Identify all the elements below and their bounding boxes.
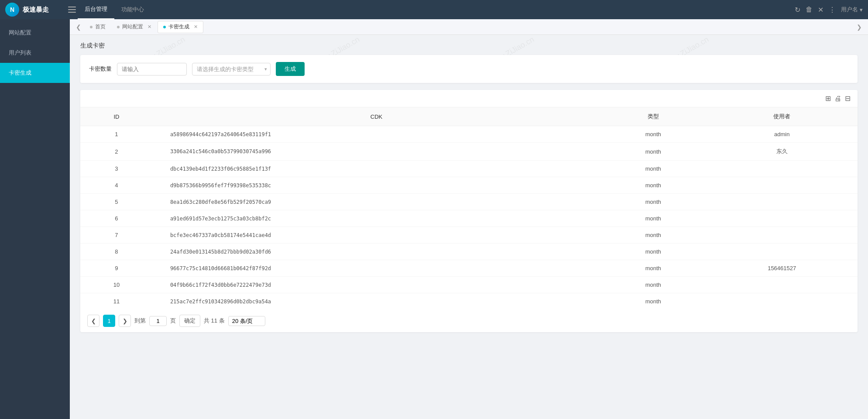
table-row: 10 04f9b66c1f72f43d0bb6e7222479e73d mont…: [80, 277, 858, 293]
cell-cdk: 215ac7e2ffc910342896d0b2dbc9a54a: [153, 293, 600, 310]
generate-form: 卡密数量 请选择生成的卡密类型 month week day ▾ 生成: [80, 55, 858, 83]
cell-type: month: [600, 244, 706, 260]
user-button[interactable]: 用户名 ▾: [841, 6, 863, 14]
cdk-table: ID CDK 类型 使用者 1 a58986944c642197a2640645…: [80, 107, 858, 309]
page-prev-btn[interactable]: ❮: [87, 315, 99, 327]
cell-cdk: a91ed691d57e3ecb1275c3a03cb8bf2c: [153, 210, 600, 227]
per-page-select[interactable]: 20 条/页 50 条/页 100 条/页: [228, 316, 265, 326]
delete-icon[interactable]: 🗑: [806, 6, 813, 14]
cell-user: [706, 161, 858, 177]
generate-button[interactable]: 生成: [276, 62, 305, 76]
cell-type: month: [600, 277, 706, 293]
cell-id: 2: [80, 143, 153, 161]
table-header-row: ID CDK 类型 使用者: [80, 107, 858, 126]
cell-id: 8: [80, 244, 153, 260]
section-title: 生成卡密: [80, 42, 858, 50]
type-select-wrapper: 请选择生成的卡密类型 month week day ▾: [192, 63, 271, 76]
tab-cdk-gen[interactable]: 卡密生成 ✕: [158, 21, 203, 33]
form-label: 卡密数量: [89, 65, 112, 73]
grid-view-icon[interactable]: ⊞: [825, 94, 831, 103]
cell-type: month: [600, 143, 706, 161]
sidebar: 网站配置 用户列表 卡密生成: [0, 19, 70, 419]
pagination: ❮ 1 ❯ 到第 页 确定 共 11 条 20 条/页 50 条/页 100 条…: [80, 309, 858, 332]
nav-item-features[interactable]: 功能中心: [114, 0, 151, 19]
table-toolbar: ⊞ 🖨 ⊟: [80, 90, 858, 107]
table-row: 8 24afd30e013145b8d27bbb9d02a30fd6 month: [80, 244, 858, 260]
table-row: 5 8ea1d63c280dfe8e56fb529f20570ca9 month: [80, 194, 858, 210]
nav-item-backend[interactable]: 后台管理: [78, 0, 114, 19]
page-confirm-btn[interactable]: 确定: [179, 315, 200, 327]
goto-label: 到第: [134, 317, 146, 325]
tab-back-arrow[interactable]: ❮: [73, 24, 84, 31]
col-cdk: CDK: [153, 107, 600, 126]
cell-id: 6: [80, 210, 153, 227]
table-row: 3 dbc4139eb4d1f2233f06c95885e1f13f month: [80, 161, 858, 177]
sidebar-item-user-list[interactable]: 用户列表: [0, 43, 70, 63]
cell-type: month: [600, 293, 706, 310]
per-page-wrapper: 20 条/页 50 条/页 100 条/页: [228, 316, 265, 326]
main-layout: 网站配置 用户列表 卡密生成 ❮ 首页 网站配置 ✕ 卡密生成: [0, 19, 868, 419]
cell-id: 4: [80, 177, 153, 194]
table-row: 4 d9b875366b9956fef7f99398e535338c month: [80, 177, 858, 194]
cell-id: 11: [80, 293, 153, 310]
cell-user: [706, 277, 858, 293]
cell-user: [706, 177, 858, 194]
tab-dot-cdk-gen: [163, 26, 166, 28]
logo-icon: N: [5, 3, 19, 17]
close-icon[interactable]: ✕: [818, 6, 823, 14]
type-select[interactable]: 请选择生成的卡密类型 month week day: [192, 63, 271, 76]
cell-id: 5: [80, 194, 153, 210]
tab-bar: ❮ 首页 网站配置 ✕ 卡密生成 ✕ ❯: [70, 19, 868, 35]
cell-cdk: 96677c75c14810d66681b0642f87f92d: [153, 260, 600, 277]
top-nav: 后台管理 功能中心: [78, 0, 795, 19]
cell-cdk: bcfe3ec467337a0cb58174e5441cae4d: [153, 227, 600, 244]
menu-toggle-icon[interactable]: [66, 5, 78, 14]
cell-cdk: 24afd30e013145b8d27bbb9d02a30fd6: [153, 244, 600, 260]
quantity-input[interactable]: [117, 63, 187, 76]
sidebar-item-site-config[interactable]: 网站配置: [0, 23, 70, 43]
page-next-btn[interactable]: ❯: [119, 315, 131, 327]
cell-cdk: 04f9b66c1f72f43d0bb6e7222479e73d: [153, 277, 600, 293]
page-goto-input[interactable]: [149, 316, 167, 326]
cell-user: [706, 210, 858, 227]
table-row: 2 3306a241c546c0a0b53799030745a996 month…: [80, 143, 858, 161]
page-1-btn[interactable]: 1: [103, 315, 115, 327]
cell-user: [706, 227, 858, 244]
content-area: ❮ 首页 网站配置 ✕ 卡密生成 ✕ ❯ 东交网 www.ZiJiao.cn: [70, 19, 868, 419]
total-label: 共 11 条: [204, 317, 225, 325]
tab-close-cdk-gen[interactable]: ✕: [194, 24, 198, 30]
table-row: 7 bcfe3ec467337a0cb58174e5441cae4d month: [80, 227, 858, 244]
table-row: 9 96677c75c14810d66681b0642f87f92d month…: [80, 260, 858, 277]
col-user: 使用者: [706, 107, 858, 126]
table-row: 11 215ac7e2ffc910342896d0b2dbc9a54a mont…: [80, 293, 858, 310]
tab-forward-arrow[interactable]: ❯: [854, 24, 865, 31]
top-bar: N 极速暴走 后台管理 功能中心 ↻ 🗑 ✕ ⋮ 用户名 ▾: [0, 0, 868, 19]
cell-id: 10: [80, 277, 153, 293]
cell-id: 7: [80, 227, 153, 244]
cell-cdk: a58986944c642197a2640645e83119f1: [153, 126, 600, 143]
cell-user: [706, 244, 858, 260]
refresh-icon[interactable]: ↻: [795, 6, 800, 14]
cell-user: 东久: [706, 143, 858, 161]
tab-close-site-config[interactable]: ✕: [148, 24, 151, 30]
tab-home[interactable]: 首页: [85, 21, 111, 33]
cell-id: 1: [80, 126, 153, 143]
cell-user: admin: [706, 126, 858, 143]
print-icon[interactable]: 🖨: [834, 95, 841, 103]
page-label: 页: [170, 317, 176, 325]
sidebar-item-cdk-gen[interactable]: 卡密生成: [0, 63, 70, 83]
tab-site-config[interactable]: 网站配置 ✕: [112, 21, 157, 33]
col-id: ID: [80, 107, 153, 126]
cell-type: month: [600, 161, 706, 177]
tab-dot-site-config: [117, 26, 120, 28]
cell-type: month: [600, 227, 706, 244]
col-type: 类型: [600, 107, 706, 126]
export-icon[interactable]: ⊟: [845, 94, 851, 103]
cell-id: 3: [80, 161, 153, 177]
table-area: ⊞ 🖨 ⊟ ID CDK 类型 使用者 1 a589: [80, 90, 858, 332]
logo-text: 极速暴走: [23, 6, 49, 14]
more-icon[interactable]: ⋮: [829, 6, 836, 14]
cell-type: month: [600, 194, 706, 210]
cell-cdk: d9b875366b9956fef7f99398e535338c: [153, 177, 600, 194]
table-row: 6 a91ed691d57e3ecb1275c3a03cb8bf2c month: [80, 210, 858, 227]
